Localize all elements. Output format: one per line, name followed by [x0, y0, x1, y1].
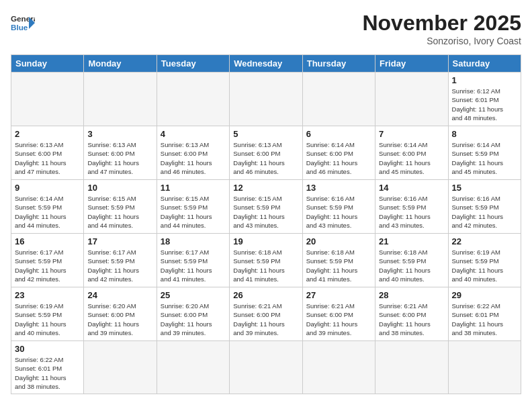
day-number: 18: [161, 236, 226, 246]
calendar-cell: 16Sunrise: 6:17 AM Sunset: 5:59 PM Dayli…: [11, 234, 84, 287]
calendar-cell: 27Sunrise: 6:21 AM Sunset: 6:00 PM Dayli…: [302, 287, 375, 341]
day-number: 21: [379, 236, 444, 246]
calendar-cell: [302, 341, 375, 394]
day-info: Sunrise: 6:18 AM Sunset: 5:59 PM Dayligh…: [306, 248, 371, 283]
day-header-tuesday: Tuesday: [157, 55, 229, 73]
day-header-monday: Monday: [84, 55, 157, 73]
day-number: 6: [306, 129, 371, 139]
svg-text:Blue: Blue: [11, 23, 28, 32]
calendar-cell: [230, 73, 302, 126]
logo: General Blue: [11, 11, 35, 35]
calendar-cell: 14Sunrise: 6:16 AM Sunset: 5:59 PM Dayli…: [375, 180, 448, 234]
calendar-cell: 15Sunrise: 6:16 AM Sunset: 5:59 PM Dayli…: [448, 180, 521, 234]
calendar-cell: [157, 341, 229, 394]
day-number: 28: [379, 290, 444, 300]
subtitle: Sonzoriso, Ivory Coast: [362, 36, 521, 46]
day-number: 16: [15, 236, 80, 246]
day-number: 10: [87, 183, 152, 193]
calendar-cell: [84, 341, 157, 394]
calendar-cell: 13Sunrise: 6:16 AM Sunset: 5:59 PM Dayli…: [302, 180, 375, 234]
day-number: 12: [233, 183, 298, 193]
day-number: 11: [161, 183, 226, 193]
day-number: 27: [306, 290, 371, 300]
day-info: Sunrise: 6:22 AM Sunset: 6:01 PM Dayligh…: [452, 302, 517, 337]
day-info: Sunrise: 6:16 AM Sunset: 5:59 PM Dayligh…: [452, 194, 517, 230]
day-info: Sunrise: 6:19 AM Sunset: 5:59 PM Dayligh…: [452, 248, 517, 283]
day-number: 2: [15, 129, 80, 139]
day-info: Sunrise: 6:14 AM Sunset: 5:59 PM Dayligh…: [452, 140, 517, 176]
day-number: 7: [379, 129, 444, 139]
day-number: 19: [233, 236, 298, 246]
calendar-cell: 25Sunrise: 6:20 AM Sunset: 6:00 PM Dayli…: [157, 287, 229, 341]
day-info: Sunrise: 6:18 AM Sunset: 5:59 PM Dayligh…: [233, 248, 298, 283]
day-number: 20: [306, 236, 371, 246]
day-number: 30: [15, 344, 80, 354]
calendar-cell: 12Sunrise: 6:15 AM Sunset: 5:59 PM Dayli…: [230, 180, 302, 234]
day-info: Sunrise: 6:18 AM Sunset: 5:59 PM Dayligh…: [379, 248, 444, 283]
calendar-cell: 2Sunrise: 6:13 AM Sunset: 6:00 PM Daylig…: [11, 126, 84, 180]
day-info: Sunrise: 6:20 AM Sunset: 6:00 PM Dayligh…: [87, 302, 152, 337]
calendar-cell: 11Sunrise: 6:15 AM Sunset: 5:59 PM Dayli…: [157, 180, 229, 234]
calendar-cell: 29Sunrise: 6:22 AM Sunset: 6:01 PM Dayli…: [448, 287, 521, 341]
calendar-cell: 24Sunrise: 6:20 AM Sunset: 6:00 PM Dayli…: [84, 287, 157, 341]
calendar-cell: 5Sunrise: 6:13 AM Sunset: 6:00 PM Daylig…: [230, 126, 302, 180]
calendar-cell: 22Sunrise: 6:19 AM Sunset: 5:59 PM Dayli…: [448, 234, 521, 287]
week-row-1: 1Sunrise: 6:12 AM Sunset: 6:01 PM Daylig…: [11, 73, 521, 126]
day-number: 26: [233, 290, 298, 300]
day-header-friday: Friday: [375, 55, 448, 73]
calendar-cell: [157, 73, 229, 126]
calendar-cell: [11, 73, 84, 126]
day-number: 14: [379, 183, 444, 193]
calendar-cell: 26Sunrise: 6:21 AM Sunset: 6:00 PM Dayli…: [230, 287, 302, 341]
calendar-cell: 30Sunrise: 6:22 AM Sunset: 6:01 PM Dayli…: [11, 341, 84, 394]
calendar-cell: [84, 73, 157, 126]
calendar-cell: [302, 73, 375, 126]
day-number: 17: [87, 236, 152, 246]
day-number: 8: [452, 129, 517, 139]
calendar-cell: 17Sunrise: 6:17 AM Sunset: 5:59 PM Dayli…: [84, 234, 157, 287]
calendar-cell: 1Sunrise: 6:12 AM Sunset: 6:01 PM Daylig…: [448, 73, 521, 126]
calendar-cell: [230, 341, 302, 394]
calendar-cell: 20Sunrise: 6:18 AM Sunset: 5:59 PM Dayli…: [302, 234, 375, 287]
day-info: Sunrise: 6:21 AM Sunset: 6:00 PM Dayligh…: [233, 302, 298, 337]
day-number: 5: [233, 129, 298, 139]
day-info: Sunrise: 6:13 AM Sunset: 6:00 PM Dayligh…: [15, 140, 80, 176]
day-info: Sunrise: 6:16 AM Sunset: 5:59 PM Dayligh…: [306, 194, 371, 230]
calendar-cell: [448, 341, 521, 394]
day-info: Sunrise: 6:17 AM Sunset: 5:59 PM Dayligh…: [87, 248, 152, 283]
calendar-cell: [375, 341, 448, 394]
calendar-cell: 8Sunrise: 6:14 AM Sunset: 5:59 PM Daylig…: [448, 126, 521, 180]
day-number: 3: [87, 129, 152, 139]
day-info: Sunrise: 6:13 AM Sunset: 6:00 PM Dayligh…: [87, 140, 152, 176]
calendar-cell: [375, 73, 448, 126]
logo-icon: General Blue: [11, 11, 35, 35]
day-header-saturday: Saturday: [448, 55, 521, 73]
day-number: 1: [452, 75, 517, 85]
calendar-container: General Blue November 2025 Sonzoriso, Iv…: [0, 0, 532, 411]
week-row-4: 16Sunrise: 6:17 AM Sunset: 5:59 PM Dayli…: [11, 234, 521, 287]
day-info: Sunrise: 6:21 AM Sunset: 6:00 PM Dayligh…: [306, 302, 371, 337]
day-number: 4: [161, 129, 226, 139]
week-row-2: 2Sunrise: 6:13 AM Sunset: 6:00 PM Daylig…: [11, 126, 521, 180]
day-info: Sunrise: 6:15 AM Sunset: 5:59 PM Dayligh…: [161, 194, 226, 230]
day-info: Sunrise: 6:22 AM Sunset: 6:01 PM Dayligh…: [15, 355, 80, 391]
day-info: Sunrise: 6:15 AM Sunset: 5:59 PM Dayligh…: [87, 194, 152, 230]
day-header-thursday: Thursday: [302, 55, 375, 73]
calendar-cell: 19Sunrise: 6:18 AM Sunset: 5:59 PM Dayli…: [230, 234, 302, 287]
calendar-cell: 23Sunrise: 6:19 AM Sunset: 5:59 PM Dayli…: [11, 287, 84, 341]
calendar-cell: 6Sunrise: 6:14 AM Sunset: 6:00 PM Daylig…: [302, 126, 375, 180]
header-row: SundayMondayTuesdayWednesdayThursdayFrid…: [11, 55, 521, 73]
day-info: Sunrise: 6:14 AM Sunset: 6:00 PM Dayligh…: [379, 140, 444, 176]
day-info: Sunrise: 6:16 AM Sunset: 5:59 PM Dayligh…: [379, 194, 444, 230]
header: General Blue November 2025 Sonzoriso, Iv…: [11, 11, 521, 46]
day-info: Sunrise: 6:14 AM Sunset: 5:59 PM Dayligh…: [15, 194, 80, 230]
calendar-table: SundayMondayTuesdayWednesdayThursdayFrid…: [11, 54, 521, 394]
day-number: 23: [15, 290, 80, 300]
week-row-5: 23Sunrise: 6:19 AM Sunset: 5:59 PM Dayli…: [11, 287, 521, 341]
day-number: 22: [452, 236, 517, 246]
calendar-cell: 9Sunrise: 6:14 AM Sunset: 5:59 PM Daylig…: [11, 180, 84, 234]
month-title: November 2025: [362, 11, 521, 36]
calendar-cell: 3Sunrise: 6:13 AM Sunset: 6:00 PM Daylig…: [84, 126, 157, 180]
calendar-cell: 7Sunrise: 6:14 AM Sunset: 6:00 PM Daylig…: [375, 126, 448, 180]
calendar-cell: 18Sunrise: 6:17 AM Sunset: 5:59 PM Dayli…: [157, 234, 229, 287]
